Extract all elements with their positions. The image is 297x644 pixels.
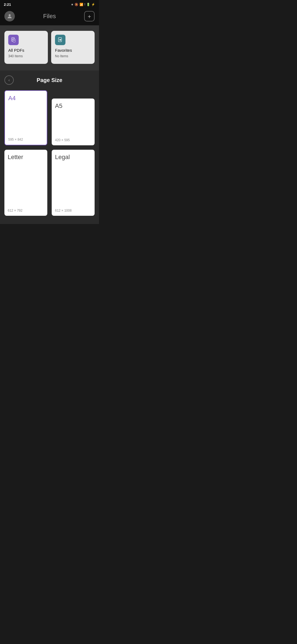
- page-size-section: ‹ Page Size A4 595 × 842 A5 420 × 595 Le…: [0, 70, 99, 224]
- status-icons: ∗ 🔕 📶 ! 🔋 ⚡: [71, 3, 95, 6]
- all-pdfs-icon: [8, 35, 19, 45]
- svg-marker-9: [59, 39, 61, 41]
- page-size-header: ‹ Page Size: [4, 70, 95, 90]
- favorites-count: No Items: [55, 54, 91, 58]
- page-card-letter-dims: 612 × 792: [8, 209, 44, 212]
- plus-icon: ＋: [87, 13, 92, 20]
- page-card-a5-dims: 420 × 595: [55, 138, 91, 142]
- charge-icon: ⚡: [91, 3, 95, 6]
- signal-icon: !: [84, 3, 85, 6]
- chevron-left-icon: ‹: [9, 78, 10, 82]
- favorites-name: Favorites: [55, 48, 91, 53]
- status-bar: 2:21 ∗ 🔕 📶 ! 🔋 ⚡: [0, 0, 99, 8]
- page-card-legal-name: Legal: [55, 154, 91, 161]
- back-button[interactable]: ‹: [4, 75, 14, 85]
- page-card-a5-name: A5: [55, 102, 91, 110]
- files-section: All PDFs 340 Items Favorites No Items: [0, 25, 99, 70]
- page-card-a5[interactable]: A5 420 × 595: [52, 99, 95, 145]
- page-card-letter[interactable]: Letter 612 × 792: [4, 150, 47, 216]
- page-card-legal[interactable]: Legal 612 × 1008: [52, 150, 95, 216]
- page-size-title: Page Size: [37, 77, 62, 83]
- all-pdfs-card[interactable]: All PDFs 340 Items: [4, 31, 48, 64]
- page-card-letter-name: Letter: [8, 154, 44, 161]
- mute-icon: 🔕: [75, 3, 78, 6]
- page-size-grid: A4 595 × 842 A5 420 × 595 Letter 612 × 7…: [4, 90, 95, 216]
- page-card-a4-dims: 595 × 842: [8, 138, 43, 141]
- bluetooth-icon: ∗: [71, 3, 73, 6]
- favorites-card[interactable]: Favorites No Items: [51, 31, 95, 64]
- battery-icon: 🔋: [86, 3, 90, 6]
- status-time: 2:21: [4, 2, 11, 7]
- app-title: Files: [43, 13, 56, 20]
- wifi-icon: 📶: [79, 3, 83, 6]
- page-card-a4[interactable]: A4 595 × 842: [4, 90, 47, 145]
- app-header: Files ＋: [0, 8, 99, 25]
- all-pdfs-count: 340 Items: [8, 54, 44, 58]
- all-pdfs-name: All PDFs: [8, 48, 44, 53]
- svg-point-0: [9, 14, 10, 16]
- page-card-legal-dims: 612 × 1008: [55, 209, 91, 212]
- page-card-a4-name: A4: [8, 95, 43, 102]
- avatar[interactable]: [4, 11, 15, 21]
- favorites-icon: [55, 35, 65, 45]
- add-button[interactable]: ＋: [84, 11, 95, 21]
